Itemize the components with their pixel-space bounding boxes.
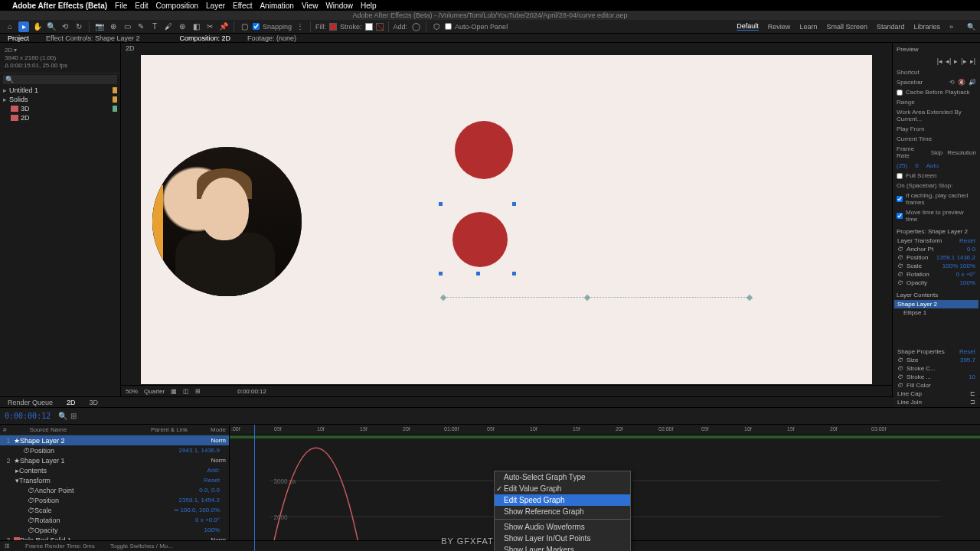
work-area-bar[interactable]	[230, 435, 980, 439]
project-search-input[interactable]	[3, 75, 117, 84]
last-frame-icon[interactable]: ▸|	[970, 57, 975, 65]
tab-comp-2d[interactable]: 2D	[62, 398, 80, 407]
timeline-ruler[interactable]: :00f 05f 10f 15f 20f 01:00f 05f 10f 15f …	[230, 425, 980, 435]
add-menu-icon[interactable]: ◯	[410, 21, 421, 32]
loop-icon[interactable]: ⟲	[949, 79, 955, 86]
viewer-comp-tab[interactable]: 2D	[121, 43, 892, 54]
hand-tool-icon[interactable]: ✋	[32, 21, 43, 32]
project-item-folder[interactable]: Solids	[0, 95, 120, 104]
footage-tab[interactable]: Footage: (none)	[243, 34, 301, 43]
project-item-comp[interactable]: 2D	[0, 113, 120, 122]
viewer-mask-icon[interactable]: ◫	[183, 388, 189, 395]
menu-layer-markers[interactable]: Show Layer Markers	[495, 544, 630, 551]
speaker-icon[interactable]: 🔊	[969, 79, 976, 86]
motion-path[interactable]	[443, 297, 750, 298]
stroke-swatch[interactable]	[365, 23, 373, 31]
snapping-checkbox[interactable]	[253, 23, 260, 30]
rotate-tool-icon[interactable]: ↻	[74, 21, 84, 32]
puppet-tool-icon[interactable]: 📌	[218, 21, 229, 32]
range-value[interactable]: Work Area Extended By Current...	[897, 109, 976, 122]
snap-opts-icon[interactable]: ⋮	[295, 21, 305, 32]
menu-audio-waveforms[interactable]: Show Audio Waveforms	[495, 521, 630, 533]
clone-tool-icon[interactable]: ⊛	[177, 21, 188, 32]
prev-frame-icon[interactable]: ◂|	[946, 57, 951, 65]
fullscreen-checkbox[interactable]	[897, 173, 903, 179]
menu-speed-graph[interactable]: Edit Speed Graph	[495, 494, 630, 506]
orbit-tool-icon[interactable]: ⟲	[60, 21, 70, 32]
mute-icon[interactable]: 🔇	[958, 79, 965, 86]
workspace-more-icon[interactable]: »	[949, 23, 953, 31]
composition-tab[interactable]: Composition: 2D	[175, 34, 235, 43]
camera-tool-icon[interactable]: 📷	[94, 21, 105, 32]
fill-swatch[interactable]	[329, 23, 337, 31]
autopanel-checkbox[interactable]	[445, 23, 452, 30]
menu-view[interactable]: View	[302, 2, 318, 10]
search-icon[interactable]: 🔍	[967, 23, 975, 31]
next-frame-icon[interactable]: |▸	[961, 57, 966, 65]
stopwatch-icon[interactable]: ⏱	[897, 365, 903, 372]
menu-value-graph[interactable]: Edit Value Graph	[495, 483, 630, 494]
menu-layer[interactable]: Layer	[206, 2, 225, 10]
stopwatch-icon[interactable]: ⏱	[897, 246, 903, 253]
cache-checkbox[interactable]	[897, 90, 903, 96]
workspace-default[interactable]: Default	[737, 22, 759, 31]
tab-comp-3d[interactable]: 3D	[85, 398, 103, 407]
menu-file[interactable]: File	[115, 2, 127, 10]
composition-canvas[interactable]	[141, 55, 872, 384]
linecap-icon[interactable]: ⊏	[970, 390, 975, 397]
stopwatch-icon[interactable]: ⏱	[897, 271, 903, 278]
viewer-timecode[interactable]: 0:00:00:12	[237, 388, 266, 395]
tl-toggle-icon[interactable]: ⊞	[5, 543, 10, 549]
viewer-grid-icon[interactable]: ⊞	[195, 388, 201, 395]
movetime-checkbox[interactable]	[897, 213, 903, 219]
menu-edit[interactable]: Edit	[135, 2, 148, 10]
workspace-review[interactable]: Review	[768, 23, 791, 31]
menu-help[interactable]: Help	[361, 2, 377, 10]
workspace-learn[interactable]: Learn	[799, 23, 817, 31]
anchor-tool-icon[interactable]: ⊕	[108, 21, 119, 32]
workspace-standard[interactable]: Standard	[877, 23, 905, 31]
home-icon[interactable]: ⌂	[5, 21, 15, 32]
stopwatch-icon[interactable]: ⏱	[897, 382, 903, 389]
selection-bounds[interactable]	[441, 204, 514, 273]
eraser-tool-icon[interactable]: ◧	[191, 21, 201, 32]
zoom-level[interactable]: 50%	[126, 388, 138, 395]
layer-transform[interactable]: ▾Transform Reset	[0, 475, 229, 485]
layer-prop-position[interactable]: ⏱Position 2943.1, 1436.9	[0, 445, 229, 455]
prop-position[interactable]: ⏱Position 2358.1, 1454.2	[0, 495, 229, 505]
tl-search-icon[interactable]: 🔍	[58, 412, 67, 420]
stroke-none-icon[interactable]	[376, 23, 384, 31]
menu-inout-points[interactable]: Show Layer In/Out Points	[495, 533, 630, 544]
menu-reference-graph[interactable]: Show Reference Graph	[495, 506, 630, 517]
timeline-timecode[interactable]: 0:00:00:12	[0, 410, 54, 422]
menu-animation[interactable]: Animation	[260, 2, 293, 10]
graph-editor-area[interactable]: :00f 05f 10f 15f 20f 01:00f 05f 10f 15f …	[230, 425, 980, 551]
menu-composition[interactable]: Composition	[155, 2, 198, 10]
stopwatch-icon[interactable]: ⏱	[897, 262, 903, 269]
effect-controls-tab[interactable]: Effect Controls: Shape Layer 2	[41, 34, 144, 43]
app-name[interactable]: Adobe After Effects (Beta)	[12, 2, 107, 10]
prop-opacity[interactable]: ⏱Opacity 100%	[0, 525, 229, 535]
project-item-folder[interactable]: Untitled 1	[0, 86, 120, 95]
layer-contents[interactable]: ▸Contents Add:	[0, 465, 229, 475]
viewer-toggle-icon[interactable]: ▦	[171, 388, 177, 395]
layer-shape1[interactable]: 2 ★ Shape Layer 1 Norm	[0, 455, 229, 465]
first-frame-icon[interactable]: |◂	[937, 57, 942, 65]
project-tab[interactable]: Project	[3, 34, 34, 43]
workspace-libraries[interactable]: Libraries	[913, 23, 940, 31]
prop-rotation[interactable]: ⏱Rotation 0 x +0.0°	[0, 515, 229, 525]
layer-shape2[interactable]: 1 ★ Shape Layer 2 Norm	[0, 435, 229, 445]
project-item-comp[interactable]: 3D	[0, 104, 120, 113]
text-tool-icon[interactable]: T	[149, 21, 160, 32]
playfrom-value[interactable]: Current Time	[897, 135, 932, 142]
tl-opts-icon[interactable]: ⊞	[70, 412, 77, 420]
shortcut-value[interactable]: Spacebar	[897, 79, 946, 86]
ifcaching-checkbox[interactable]	[897, 196, 903, 202]
bezier-icon[interactable]: ⬡	[431, 21, 442, 32]
quality-dropdown[interactable]: Quarter	[144, 388, 165, 395]
roto-tool-icon[interactable]: ✂	[204, 21, 215, 32]
play-icon[interactable]: ▸	[954, 57, 958, 65]
selection-tool-icon[interactable]: ▸	[18, 21, 29, 32]
toggle-switches[interactable]: Toggle Switches / Mo...	[110, 543, 173, 549]
toggle-icon[interactable]: ▢	[239, 21, 250, 32]
